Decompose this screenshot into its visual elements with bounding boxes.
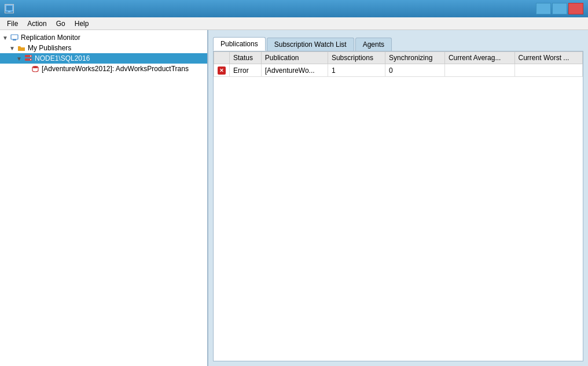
tree-label-2: NODE1\SQL2016 xyxy=(35,54,90,62)
tree-expand-1[interactable]: ▼ xyxy=(9,45,15,51)
col-header-0 xyxy=(214,52,230,64)
tree-expand-2[interactable]: ▼ xyxy=(16,56,22,62)
server-icon xyxy=(24,54,33,62)
close-button[interactable] xyxy=(568,3,583,14)
tree-label-0: Replication Monitor xyxy=(21,34,80,42)
tabs-bar: PublicationsSubscription Watch ListAgent… xyxy=(208,35,588,51)
svg-point-7 xyxy=(30,59,31,60)
cell-0-3: 1 xyxy=(328,64,385,77)
tree-item-2[interactable]: ▼NODE1\SQL2016 xyxy=(0,53,207,64)
folder-icon xyxy=(17,44,26,52)
cell-0-6 xyxy=(514,64,582,77)
col-header-5: Current Averag... xyxy=(444,52,514,64)
cell-0-2: [AdventureWo... xyxy=(261,64,328,77)
col-header-6: Current Worst ... xyxy=(514,52,582,64)
tree-item-0[interactable]: ▼Replication Monitor xyxy=(0,32,207,43)
maximize-button[interactable] xyxy=(552,3,567,14)
window-controls xyxy=(536,3,583,14)
menu-item-file[interactable]: File xyxy=(2,19,23,29)
title-bar xyxy=(0,0,588,17)
svg-rect-2 xyxy=(11,35,18,39)
tree-label-1: My Publishers xyxy=(28,44,71,52)
svg-rect-3 xyxy=(13,39,16,40)
cell-0-0: ✕ xyxy=(214,64,230,77)
last-refresh xyxy=(208,30,588,35)
svg-rect-1 xyxy=(8,11,10,12)
tree-label-3: [AdventureWorks2012]: AdvWorksProductTra… xyxy=(42,65,189,73)
svg-rect-0 xyxy=(6,5,13,11)
table-body: ✕Error[AdventureWo...10 xyxy=(214,64,583,77)
tab-content: StatusPublicationSubscriptionsSynchroniz… xyxy=(213,51,583,361)
cell-0-4: 0 xyxy=(385,64,445,77)
minimize-button[interactable] xyxy=(536,3,551,14)
table-row[interactable]: ✕Error[AdventureWo...10 xyxy=(214,64,583,77)
tab-subscription-watch-list[interactable]: Subscription Watch List xyxy=(267,38,354,51)
tree-item-3[interactable]: [AdventureWorks2012]: AdvWorksProductTra… xyxy=(0,64,207,74)
db-icon xyxy=(31,65,40,73)
menu-item-action[interactable]: Action xyxy=(23,19,51,29)
tab-agents[interactable]: Agents xyxy=(355,38,392,51)
error-icon: ✕ xyxy=(218,66,226,75)
cell-0-5 xyxy=(444,64,514,77)
main-area: ▼Replication Monitor▼My Publishers▼NODE1… xyxy=(0,30,588,366)
svg-point-8 xyxy=(32,66,38,68)
cell-0-1: Error xyxy=(230,64,262,77)
col-header-1: Status xyxy=(230,52,262,64)
svg-point-6 xyxy=(30,56,31,57)
header-row: StatusPublicationSubscriptionsSynchroniz… xyxy=(214,52,583,64)
table-header: StatusPublicationSubscriptionsSynchroniz… xyxy=(214,52,583,64)
col-header-3: Subscriptions xyxy=(328,52,385,64)
tree-item-1[interactable]: ▼My Publishers xyxy=(0,43,207,53)
publications-table: StatusPublicationSubscriptionsSynchroniz… xyxy=(214,51,583,77)
right-panel: PublicationsSubscription Watch ListAgent… xyxy=(208,30,588,366)
menu-item-go[interactable]: Go xyxy=(52,19,70,29)
title-bar-left xyxy=(5,4,17,13)
tree-expand-0[interactable]: ▼ xyxy=(2,35,8,41)
col-header-2: Publication xyxy=(261,52,328,64)
tab-publications[interactable]: Publications xyxy=(213,37,266,51)
app-icon xyxy=(5,4,14,13)
col-header-4: Synchronizing xyxy=(385,52,445,64)
menu-bar: FileActionGoHelp xyxy=(0,17,588,30)
tree-panel: ▼Replication Monitor▼My Publishers▼NODE1… xyxy=(0,30,208,366)
monitor-icon xyxy=(10,34,19,42)
menu-item-help[interactable]: Help xyxy=(70,19,94,29)
